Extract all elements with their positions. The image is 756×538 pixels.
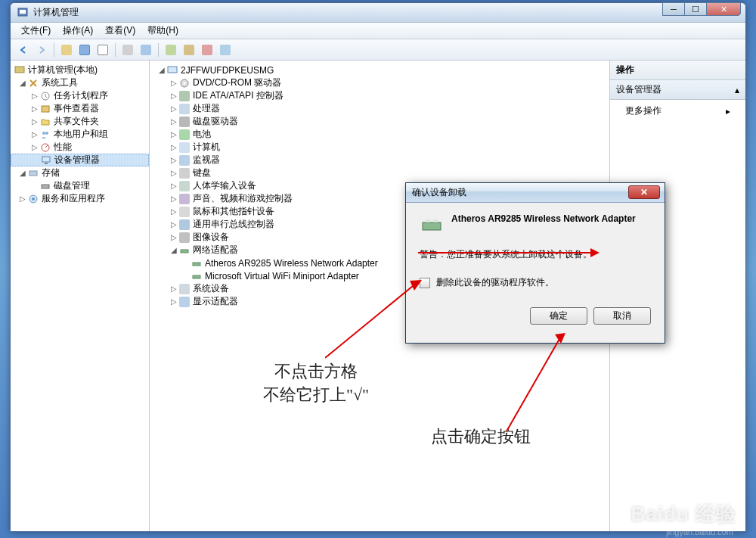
menu-view[interactable]: 查看(V)	[99, 23, 141, 39]
device-ide[interactable]: ▷IDE ATA/ATAPI 控制器	[150, 89, 609, 102]
tree-label: 网络适配器	[193, 244, 238, 257]
device-dvd[interactable]: ▷DVD/CD-ROM 驱动器	[150, 76, 609, 89]
tree-label: Microsoft Virtual WiFi Miniport Adapter	[205, 271, 359, 281]
separator	[115, 43, 116, 57]
expand-icon[interactable]: ▷	[169, 182, 178, 191]
tree-disk-mgmt[interactable]: 磁盘管理	[11, 179, 149, 192]
perf-icon	[39, 141, 51, 154]
close-button[interactable]: ✕	[706, 2, 741, 16]
back-button[interactable]	[15, 42, 32, 58]
expand-icon[interactable]: ▷	[30, 130, 39, 139]
ok-button[interactable]: 确定	[530, 307, 587, 325]
menu-help[interactable]: 帮助(H)	[141, 23, 184, 39]
collapse-icon[interactable]: ◢	[169, 246, 178, 255]
tree-label: 处理器	[193, 102, 220, 115]
expand-icon[interactable]: ▷	[30, 143, 39, 152]
tree-services[interactable]: ▷ 服务和应用程序	[11, 192, 149, 205]
tb-icon-6[interactable]	[163, 42, 179, 58]
tree-label: 键盘	[193, 166, 211, 179]
expand-icon[interactable]: ▷	[169, 104, 178, 114]
tb-icon-3[interactable]	[94, 42, 111, 58]
expand-icon[interactable]: ▷	[169, 220, 178, 229]
tree-label: 图像设备	[193, 231, 229, 244]
actions-section[interactable]: 设备管理器 ▴	[610, 80, 745, 100]
keyboard-icon	[178, 167, 191, 179]
expand-icon[interactable]: ▷	[169, 194, 178, 204]
left-tree[interactable]: 计算机管理(本地) ◢ 系统工具 ▷ 任务计划程序 ▷ 事件查看器 ▷ 共享文件…	[11, 61, 150, 531]
event-icon	[39, 103, 51, 115]
menu-file[interactable]: 文件(F)	[15, 23, 57, 39]
tree-device-manager[interactable]: 设备管理器	[11, 154, 149, 166]
device-battery[interactable]: ▷电池	[150, 128, 609, 141]
tree-task-scheduler[interactable]: ▷ 任务计划程序	[11, 89, 149, 102]
tree-label: Atheros AR9285 Wireless Network Adapter	[205, 258, 378, 269]
tb-icon-5[interactable]	[138, 42, 154, 58]
tree-label: 通用串行总线控制器	[193, 218, 274, 231]
tree-label: 共享文件夹	[54, 115, 99, 128]
expand-icon[interactable]: ▷	[30, 104, 39, 114]
expand-icon[interactable]: ▷	[18, 194, 27, 204]
forward-button[interactable]	[33, 42, 50, 58]
expand-icon[interactable]: ▷	[169, 156, 178, 165]
svg-point-13	[32, 197, 35, 201]
tb-icon-4[interactable]	[119, 42, 136, 58]
minimize-button[interactable]: ─	[662, 2, 685, 16]
expand-icon[interactable]: ▷	[169, 92, 178, 101]
tree-performance[interactable]: ▷ 性能	[11, 141, 149, 154]
svg-rect-21	[426, 219, 430, 222]
menu-action[interactable]: 操作(A)	[57, 23, 99, 39]
tree-label: 鼠标和其他指针设备	[193, 205, 274, 218]
expand-icon[interactable]: ▷	[169, 285, 178, 294]
computer-icon	[178, 141, 191, 154]
expand-icon[interactable]: ▷	[169, 233, 178, 242]
expand-icon[interactable]: ▷	[30, 117, 39, 126]
disk-icon	[178, 116, 191, 128]
expand-icon[interactable]: ▷	[169, 79, 178, 88]
expand-icon[interactable]: ▷	[169, 297, 178, 306]
tree-event-viewer[interactable]: ▷ 事件查看器	[11, 102, 149, 115]
cpu-icon	[178, 103, 191, 115]
expand-icon[interactable]: ▷	[169, 169, 178, 178]
device-keyboard[interactable]: ▷键盘	[150, 166, 609, 179]
confirm-uninstall-dialog: 确认设备卸载 ✕ Atheros AR9285 Wireless Network…	[405, 182, 665, 344]
annotation-1: 不点击方格 不给它打上"√"	[218, 360, 414, 407]
collapse-icon[interactable]: ◢	[157, 66, 166, 75]
dialog-device-row: Atheros AR9285 Wireless Network Adapter	[420, 213, 651, 238]
device-monitor[interactable]: ▷监视器	[150, 154, 609, 166]
device-diskdrive[interactable]: ▷磁盘驱动器	[150, 115, 609, 128]
system-icon	[178, 283, 191, 295]
expand-icon[interactable]: ▷	[169, 143, 178, 152]
device-computer[interactable]: ▷计算机	[150, 141, 609, 154]
maximize-button[interactable]: ☐	[684, 2, 707, 16]
collapse-icon[interactable]: ◢	[18, 169, 27, 178]
tb-icon-1[interactable]	[58, 42, 75, 58]
expand-icon[interactable]: ▷	[30, 92, 39, 101]
svg-rect-10	[29, 171, 37, 176]
tree-local-users[interactable]: ▷ 本地用户和组	[11, 128, 149, 141]
tree-label: 磁盘管理	[54, 179, 90, 192]
expand-icon[interactable]: ▷	[169, 117, 178, 126]
menubar: 文件(F) 操作(A) 查看(V) 帮助(H)	[11, 23, 745, 39]
tree-shared-folders[interactable]: ▷ 共享文件夹	[11, 115, 149, 128]
device-root[interactable]: ◢ 2JFFWUFDPKEUSMG	[150, 64, 609, 76]
tree-root[interactable]: 计算机管理(本地)	[11, 64, 149, 76]
tb-icon-2[interactable]	[76, 42, 93, 58]
folder-icon	[39, 116, 51, 128]
tree-storage[interactable]: ◢ 存储	[11, 166, 149, 179]
expand-icon[interactable]: ▷	[169, 207, 178, 216]
tb-icon-9[interactable]	[217, 42, 234, 58]
collapse-icon[interactable]: ◢	[18, 79, 27, 88]
expand-icon[interactable]: ▷	[169, 130, 178, 139]
adapter-icon	[191, 257, 203, 269]
network-adapter-icon	[420, 213, 444, 238]
tb-icon-8[interactable]	[199, 42, 215, 58]
tree-system-tools[interactable]: ◢ 系统工具	[11, 76, 149, 89]
device-processor[interactable]: ▷处理器	[150, 102, 609, 115]
separator	[54, 43, 54, 57]
tb-icon-7[interactable]	[181, 42, 197, 58]
tree-label: 电池	[193, 128, 211, 141]
more-actions[interactable]: 更多操作 ▸	[610, 100, 745, 122]
cancel-button[interactable]: 取消	[593, 307, 651, 325]
delete-driver-checkbox[interactable]	[420, 278, 430, 288]
dialog-close-button[interactable]: ✕	[628, 185, 660, 199]
